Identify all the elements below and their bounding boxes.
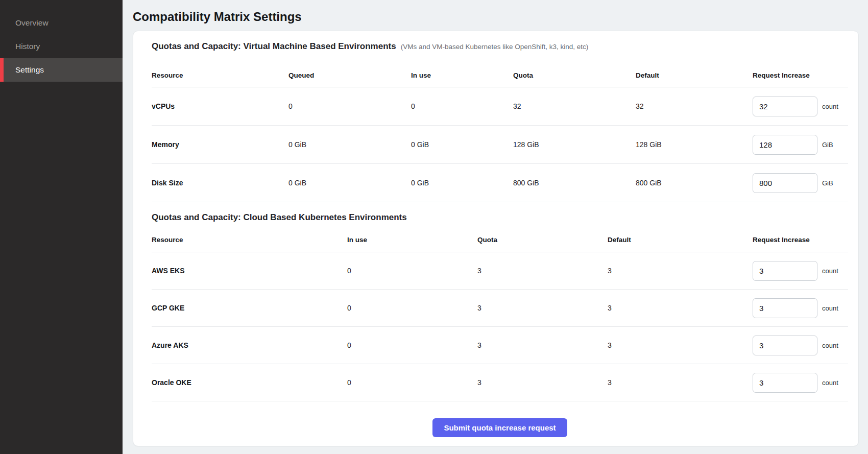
table-row-oracle-oke: Oracle OKE 0 3 3 count <box>152 364 848 401</box>
cell-resource: Oracle OKE <box>152 378 347 387</box>
cell-queued: 0 <box>288 102 411 110</box>
cell-resource: vCPUs <box>152 102 288 110</box>
unit-label: GiB <box>822 141 833 149</box>
cell-default: 800 GiB <box>636 179 753 187</box>
sidebar-item-label: Settings <box>15 65 44 75</box>
cell-in-use: 0 <box>347 304 477 312</box>
request-increase-input-oracle-oke[interactable] <box>753 373 817 393</box>
cell-request-increase: count <box>753 373 848 393</box>
unit-label: count <box>822 342 838 349</box>
column-header-request-increase: Request Increase <box>753 71 848 79</box>
cell-quota: 3 <box>477 304 608 312</box>
column-header-default: Default <box>636 71 753 79</box>
cell-default: 3 <box>608 267 753 275</box>
request-increase-input-aws-eks[interactable] <box>753 261 817 281</box>
unit-label: GiB <box>822 179 833 187</box>
vm-quota-table: Resource Queued In use Quota Default Req… <box>152 64 848 202</box>
app-window: Overview History Settings Compatibility … <box>0 0 868 454</box>
cell-request-increase: count <box>753 298 848 318</box>
cell-in-use: 0 <box>347 267 477 275</box>
cell-resource: GCP GKE <box>152 304 347 312</box>
section-heading-cloud-k8s: Quotas and Capacity: Cloud Based Kuberne… <box>152 212 848 224</box>
request-increase-input-vcpus[interactable] <box>753 97 817 116</box>
cell-quota: 128 GiB <box>513 140 636 149</box>
page-title: Compatibility Matrix Settings <box>133 9 859 25</box>
cell-queued: 0 GiB <box>288 140 411 149</box>
vm-quota-table-header: Resource Queued In use Quota Default Req… <box>152 64 848 87</box>
cell-in-use: 0 <box>347 378 477 387</box>
cell-in-use: 0 <box>347 341 477 349</box>
main-content: Compatibility Matrix Settings Quotas and… <box>123 0 868 454</box>
section-subtitle-vm: (VMs and VM-based Kubernetes like OpenSh… <box>401 43 589 51</box>
cloud-k8s-table-header: Resource In use Quota Default Request In… <box>152 228 848 252</box>
unit-label: count <box>822 103 838 110</box>
column-header-in-use: In use <box>347 236 477 244</box>
sidebar-nav: Overview History Settings <box>0 11 123 82</box>
cell-quota: 3 <box>477 341 608 349</box>
sidebar: Overview History Settings <box>0 0 123 454</box>
unit-label: count <box>822 304 838 312</box>
cell-queued: 0 GiB <box>288 179 411 187</box>
cell-request-increase: count <box>753 97 848 116</box>
sidebar-item-label: History <box>15 42 40 51</box>
cell-request-increase: count <box>753 261 848 281</box>
table-row-gcp-gke: GCP GKE 0 3 3 count <box>152 290 848 327</box>
cell-resource: Azure AKS <box>152 341 347 349</box>
cell-quota: 800 GiB <box>513 179 636 187</box>
cell-resource: Memory <box>152 140 288 149</box>
section-cloud-k8s-environments: Quotas and Capacity: Cloud Based Kuberne… <box>152 212 848 401</box>
table-row-memory: Memory 0 GiB 0 GiB 128 GiB 128 GiB GiB <box>152 126 848 164</box>
request-increase-input-disk-size[interactable] <box>753 173 817 193</box>
sidebar-item-history[interactable]: History <box>0 35 123 58</box>
sidebar-item-overview[interactable]: Overview <box>0 11 123 35</box>
column-header-queued: Queued <box>288 71 411 79</box>
unit-label: count <box>822 379 838 387</box>
table-row-disk-size: Disk Size 0 GiB 0 GiB 800 GiB 800 GiB Gi… <box>152 164 848 202</box>
cloud-k8s-quota-table: Resource In use Quota Default Request In… <box>152 228 848 401</box>
request-increase-input-memory[interactable] <box>753 135 817 155</box>
submit-quota-increase-button[interactable]: Submit quota increase request <box>432 418 567 437</box>
section-vm-environments: Quotas and Capacity: Virtual Machine Bas… <box>152 41 848 202</box>
card-footer: Submit quota increase request <box>152 401 848 446</box>
cell-default: 3 <box>608 341 753 349</box>
table-row-azure-aks: Azure AKS 0 3 3 count <box>152 327 848 364</box>
cell-resource: AWS EKS <box>152 267 347 275</box>
sidebar-item-label: Overview <box>15 18 49 28</box>
column-header-quota: Quota <box>477 236 608 244</box>
column-header-quota: Quota <box>513 71 636 79</box>
column-header-request-increase: Request Increase <box>753 236 848 244</box>
cell-default: 32 <box>636 102 753 110</box>
quota-settings-card: Quotas and Capacity: Virtual Machine Bas… <box>133 31 859 446</box>
cell-request-increase: GiB <box>753 173 848 193</box>
section-title-cloud-k8s: Quotas and Capacity: Cloud Based Kuberne… <box>152 212 407 223</box>
table-row-aws-eks: AWS EKS 0 3 3 count <box>152 252 848 290</box>
cell-in-use: 0 GiB <box>411 140 513 149</box>
cell-default: 3 <box>608 378 753 387</box>
unit-label: count <box>822 267 838 275</box>
sidebar-item-settings[interactable]: Settings <box>0 58 123 82</box>
cell-quota: 3 <box>477 378 608 387</box>
cell-quota: 3 <box>477 267 608 275</box>
column-header-default: Default <box>608 236 753 244</box>
cell-request-increase: GiB <box>753 135 848 155</box>
cell-default: 3 <box>608 304 753 312</box>
column-header-in-use: In use <box>411 71 513 79</box>
table-row-vcpus: vCPUs 0 0 32 32 count <box>152 87 848 126</box>
cell-in-use: 0 GiB <box>411 179 513 187</box>
cell-resource: Disk Size <box>152 179 288 187</box>
cell-in-use: 0 <box>411 102 513 110</box>
request-increase-input-azure-aks[interactable] <box>753 336 817 355</box>
cell-request-increase: count <box>753 336 848 355</box>
cell-default: 128 GiB <box>636 140 753 149</box>
column-header-resource: Resource <box>152 71 288 79</box>
section-heading-vm: Quotas and Capacity: Virtual Machine Bas… <box>152 41 848 53</box>
request-increase-input-gcp-gke[interactable] <box>753 298 817 318</box>
column-header-resource: Resource <box>152 236 347 244</box>
cell-quota: 32 <box>513 102 636 110</box>
section-title-vm: Quotas and Capacity: Virtual Machine Bas… <box>152 41 396 52</box>
